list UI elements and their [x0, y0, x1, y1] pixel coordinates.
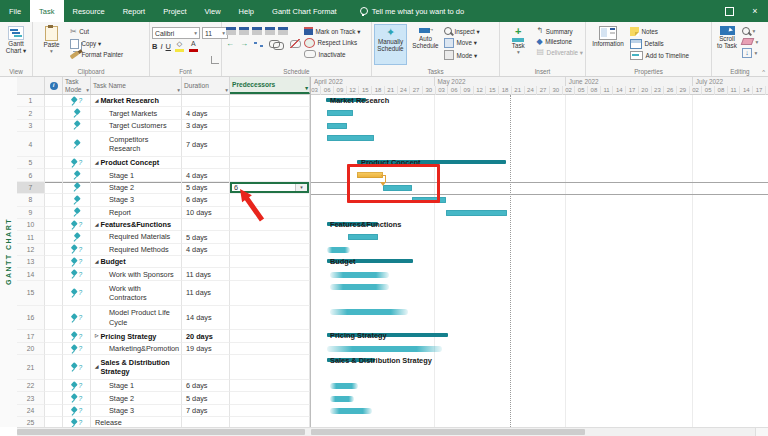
predecessors-dropdown-button[interactable]: ▾: [295, 184, 307, 191]
row-number[interactable]: 20: [17, 343, 45, 355]
task-name-cell[interactable]: ◢Features&Functions: [91, 219, 182, 231]
row-number[interactable]: 11: [17, 231, 45, 243]
predecessors-cell[interactable]: [230, 330, 310, 342]
copy-button[interactable]: Copy ▾: [70, 39, 123, 49]
row-number[interactable]: 23: [17, 392, 45, 404]
gantt-bar-task-4[interactable]: [327, 135, 374, 141]
task-name-cell[interactable]: Marketing&Promotion: [91, 343, 182, 355]
percent-0-button[interactable]: [226, 27, 236, 35]
insert-summary-button[interactable]: ↰Summary: [537, 27, 583, 35]
row-number[interactable]: 21: [17, 355, 45, 380]
row-number[interactable]: 25: [17, 417, 45, 427]
predecessors-cell[interactable]: [230, 120, 310, 132]
task-mode-cell[interactable]: ?: [63, 405, 91, 417]
duration-cell[interactable]: [182, 256, 230, 268]
paste-dropdown[interactable]: ▾: [50, 48, 53, 54]
table-row[interactable]: 13?◢Budget: [17, 256, 310, 268]
duration-cell[interactable]: [182, 417, 230, 427]
task-mode-cell[interactable]: ?: [63, 281, 91, 306]
row-number[interactable]: 13: [17, 256, 45, 268]
predecessors-cell[interactable]: [230, 132, 310, 157]
inspect-button[interactable]: Inspect ▾: [444, 27, 480, 35]
row-number[interactable]: 4: [17, 132, 45, 157]
task-mode-cell[interactable]: ?: [63, 244, 91, 256]
info-cell[interactable]: [45, 182, 63, 194]
indent-task-button[interactable]: →: [240, 40, 248, 48]
table-row[interactable]: 3Target Customers3 days: [17, 120, 310, 132]
expanded-triangle-icon[interactable]: ◢: [95, 98, 98, 104]
info-cell[interactable]: [45, 392, 63, 404]
background-color-button[interactable]: ◇: [174, 41, 185, 52]
tell-me-box[interactable]: Tell me what you want to do: [360, 0, 465, 22]
duration-column-header[interactable]: Duration▾: [182, 77, 230, 94]
percent-25-button[interactable]: [239, 27, 249, 35]
task-mode-cell[interactable]: [63, 207, 91, 219]
task-mode-cell[interactable]: [63, 132, 91, 157]
gantt-bar-task-24[interactable]: [330, 408, 372, 414]
gantt-bar-task-22[interactable]: [330, 383, 358, 389]
predecessors-cell[interactable]: [230, 219, 310, 231]
expanded-triangle-icon[interactable]: ◢: [95, 222, 98, 228]
info-cell[interactable]: [45, 107, 63, 119]
duration-cell[interactable]: 14 days: [182, 306, 230, 331]
information-button[interactable]: Information: [588, 24, 628, 65]
predecessors-cell[interactable]: [230, 231, 310, 243]
task-name-cell[interactable]: Stage 3: [91, 405, 182, 417]
info-cell[interactable]: [45, 306, 63, 331]
select-all-corner[interactable]: [17, 77, 45, 94]
duration-cell[interactable]: [182, 95, 230, 107]
info-cell[interactable]: [45, 343, 63, 355]
paste-button[interactable]: Paste ▾: [35, 24, 68, 65]
task-mode-cell[interactable]: [63, 194, 91, 206]
task-name-column-header[interactable]: Task Name▾: [91, 77, 182, 94]
predecessors-cell[interactable]: [230, 355, 310, 380]
task-name-cell[interactable]: ◢Budget: [91, 256, 182, 268]
task-mode-cell[interactable]: [63, 231, 91, 243]
duration-cell[interactable]: 7 days: [182, 132, 230, 157]
task-mode-cell[interactable]: ?: [63, 95, 91, 107]
restore-window-button[interactable]: [716, 0, 742, 22]
task-mode-cell[interactable]: ?: [63, 219, 91, 231]
row-number[interactable]: 6: [17, 169, 45, 181]
row-number[interactable]: 1: [17, 95, 45, 107]
percent-75-button[interactable]: [265, 27, 275, 35]
duration-cell[interactable]: 7 days: [182, 405, 230, 417]
predecessors-cell[interactable]: [230, 380, 310, 392]
tab-file[interactable]: File: [0, 0, 30, 22]
predecessors-cell[interactable]: [230, 207, 310, 219]
move-button[interactable]: Move ▾: [444, 38, 480, 48]
predecessors-cell[interactable]: [230, 194, 310, 206]
clear-button[interactable]: ▾: [742, 38, 758, 45]
insert-deliverable-button[interactable]: ▤Deliverable ▾: [537, 48, 583, 56]
duration-cell[interactable]: 4 days: [182, 244, 230, 256]
table-row[interactable]: 24?Stage 37 days: [17, 405, 310, 417]
task-mode-cell[interactable]: ?: [63, 268, 91, 280]
duration-cell[interactable]: [182, 355, 230, 380]
predecessors-cell[interactable]: [230, 306, 310, 331]
task-mode-cell[interactable]: ?: [63, 306, 91, 331]
row-number[interactable]: 10: [17, 219, 45, 231]
font-dialog-launcher[interactable]: [211, 56, 219, 64]
info-cell[interactable]: [45, 207, 63, 219]
info-cell[interactable]: [45, 405, 63, 417]
insert-task-button[interactable]: + Task ▾: [502, 24, 535, 65]
gantt-bar-task-2[interactable]: [327, 110, 353, 116]
duration-cell[interactable]: 19 days: [182, 343, 230, 355]
italic-button[interactable]: I: [160, 42, 162, 51]
details-button[interactable]: Details: [630, 39, 689, 49]
duration-cell[interactable]: 5 days: [182, 392, 230, 404]
insert-milestone-button[interactable]: ◆Milestone: [537, 38, 583, 46]
gantt-bar-task-14[interactable]: [330, 272, 389, 278]
info-cell[interactable]: [45, 219, 63, 231]
info-cell[interactable]: [45, 157, 63, 169]
percent-50-button[interactable]: [252, 27, 262, 35]
task-mode-cell[interactable]: [63, 182, 91, 194]
font-color-button[interactable]: A: [188, 41, 199, 52]
gantt-bar-task-3[interactable]: [327, 123, 347, 129]
table-row[interactable]: 5?◢Product Concept: [17, 157, 310, 169]
table-row[interactable]: 1?◢Market Research: [17, 95, 310, 107]
info-cell[interactable]: [45, 417, 63, 427]
predecessors-cell[interactable]: [230, 392, 310, 404]
task-mode-cell[interactable]: [63, 169, 91, 181]
task-name-cell[interactable]: Competitors Research: [91, 132, 182, 157]
